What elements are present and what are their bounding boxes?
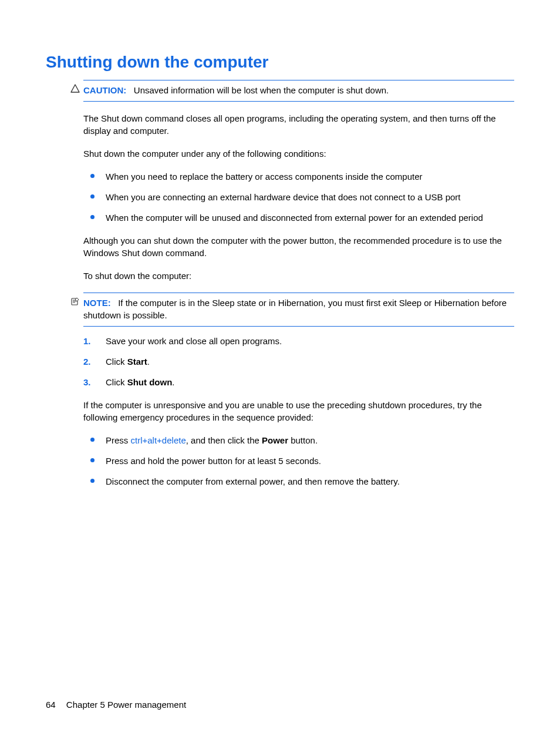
step-number: 3. <box>83 376 91 388</box>
paragraph: Although you can shut down the computer … <box>83 234 514 259</box>
note-label: NOTE: <box>83 298 111 308</box>
step-post: . <box>147 357 150 367</box>
paragraph: Shut down the computer under any of the … <box>83 147 514 160</box>
item-post: button. <box>288 435 318 445</box>
step-number: 1. <box>83 335 91 347</box>
item-bold: Power <box>262 435 288 445</box>
paragraph: To shut down the computer: <box>83 270 514 282</box>
note-callout: NOTE: If the computer is in the Sleep st… <box>83 293 514 327</box>
list-item: When you are connecting an external hard… <box>90 191 514 203</box>
list-item: Press and hold the power button for at l… <box>90 455 514 467</box>
step-text: Click <box>106 357 127 367</box>
item-mid: , and then click the <box>186 435 262 445</box>
step-post: . <box>172 377 174 387</box>
item-pre: Press <box>106 435 131 445</box>
caution-text: Unsaved information will be lost when th… <box>134 85 389 95</box>
note-text: If the computer is in the Sleep state or… <box>83 298 507 320</box>
page-footer: 64 Chapter 5 Power management <box>46 700 186 710</box>
step-bold: Shut down <box>127 377 173 387</box>
list-item: When you need to replace the battery or … <box>90 170 514 183</box>
keystroke-text: ctrl+alt+delete <box>131 435 186 445</box>
steps-list: 1. Save your work and close all open pro… <box>83 335 514 388</box>
chapter-label: Chapter 5 Power management <box>66 700 186 710</box>
note-pencil-icon <box>70 297 80 306</box>
page-title: Shutting down the computer <box>46 53 514 72</box>
paragraph: The Shut down command closes all open pr… <box>83 112 514 137</box>
paragraph: If the computer is unresponsive and you … <box>83 399 514 424</box>
caution-label: CAUTION: <box>83 85 126 95</box>
caution-callout: CAUTION: Unsaved information will be los… <box>83 80 514 102</box>
conditions-list: When you need to replace the battery or … <box>90 170 514 224</box>
list-item: 2. Click Start. <box>83 355 514 368</box>
page-number: 64 <box>46 700 56 710</box>
body-content: CAUTION: Unsaved information will be los… <box>83 80 514 488</box>
document-page: Shutting down the computer CAUTION: Unsa… <box>0 0 560 746</box>
item-pre: Press and hold the power button for at l… <box>106 456 321 466</box>
list-item: Press ctrl+alt+delete, and then click th… <box>90 434 514 446</box>
item-pre: Disconnect the computer from external po… <box>106 476 400 486</box>
emergency-list: Press ctrl+alt+delete, and then click th… <box>90 434 514 488</box>
caution-triangle-icon <box>70 84 80 93</box>
list-item: Disconnect the computer from external po… <box>90 475 514 488</box>
step-text: Click <box>106 377 127 387</box>
list-item: 3. Click Shut down. <box>83 376 514 388</box>
step-bold: Start <box>127 357 147 367</box>
list-item: When the computer will be unused and dis… <box>90 211 514 224</box>
list-item: 1. Save your work and close all open pro… <box>83 335 514 347</box>
step-text: Save your work and close all open progra… <box>106 336 282 346</box>
step-number: 2. <box>83 355 91 368</box>
